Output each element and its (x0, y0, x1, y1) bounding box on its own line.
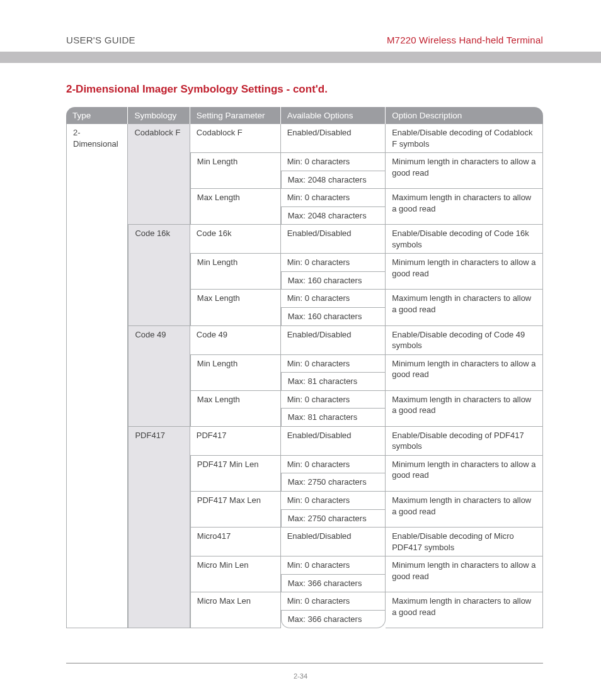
cell-setting-parameter: Min Length (190, 153, 281, 189)
cell-symbology: Code 49 (128, 326, 190, 427)
col-header-description: Option Description (386, 107, 543, 124)
cell-type: 2-Dimensional (66, 124, 128, 628)
cell-setting-parameter: Max Length (190, 290, 281, 325)
cell-setting-parameter: Micro417 (190, 528, 281, 556)
cell-setting-parameter: Min Length (190, 254, 281, 290)
col-header-options: Available Options (281, 107, 386, 124)
cell-option: Min: 0 characters (281, 391, 386, 409)
cell-option: Enabled/Disabled (281, 225, 386, 254)
cell-option: Min: 0 characters (281, 456, 386, 474)
cell-setting-parameter: Code 49 (190, 326, 281, 355)
cell-option: Min: 0 characters (281, 556, 386, 575)
table-row: Code 16kCode 16kEnabled/DisabledEnable/D… (66, 225, 543, 254)
cell-description: Minimum length in characters to allow a … (386, 254, 543, 290)
page-number: 2-34 (0, 672, 601, 680)
header-left: USER'S GUIDE (66, 35, 135, 45)
cell-symbology: Codablock F (128, 124, 190, 225)
table-header-row: Type Symbology Setting Parameter Availab… (66, 107, 543, 124)
cell-option: Max: 81 characters (281, 409, 386, 427)
section-title: 2-Dimensional Imager Symbology Settings … (0, 63, 601, 107)
cell-setting-parameter: PDF417 Max Len (190, 492, 281, 528)
cell-symbology: Code 16k (128, 225, 190, 325)
cell-setting-parameter: Min Length (190, 355, 281, 391)
cell-setting-parameter: Micro Min Len (190, 556, 281, 592)
cell-setting-parameter: Max Length (190, 391, 281, 427)
cell-description: Enable/Disable decoding of Micro PDF417 … (386, 528, 543, 556)
page-header: USER'S GUIDE M7220 Wireless Hand-held Te… (0, 0, 601, 52)
cell-option: Max: 366 characters (281, 611, 386, 629)
header-divider-bar (0, 52, 601, 63)
cell-setting-parameter: Micro Max Len (190, 592, 281, 628)
cell-option: Max: 2048 characters (281, 207, 386, 225)
cell-option: Min: 0 characters (281, 492, 386, 510)
cell-description: Minimum length in characters to allow a … (386, 153, 543, 189)
cell-description: Minimum length in characters to allow a … (386, 456, 543, 492)
cell-option: Min: 0 characters (281, 189, 386, 207)
settings-table: Type Symbology Setting Parameter Availab… (66, 107, 543, 628)
cell-option: Max: 2048 characters (281, 171, 386, 189)
cell-option: Max: 366 characters (281, 575, 386, 593)
cell-option: Min: 0 characters (281, 355, 386, 373)
col-header-symbology: Symbology (128, 107, 190, 124)
cell-description: Enable/Disable decoding of Code 16k symb… (386, 225, 543, 254)
cell-option: Min: 0 characters (281, 290, 386, 308)
settings-table-container: Type Symbology Setting Parameter Availab… (0, 107, 601, 628)
cell-description: Maximum length in characters to allow a … (386, 391, 543, 427)
cell-description: Maximum length in characters to allow a … (386, 592, 543, 628)
cell-description: Maximum length in characters to allow a … (386, 492, 543, 528)
table-row: Code 49Code 49Enabled/DisabledEnable/Dis… (66, 326, 543, 355)
cell-option: Max: 160 characters (281, 272, 386, 290)
table-row: PDF417PDF417Enabled/DisabledEnable/Disab… (66, 427, 543, 456)
cell-option: Enabled/Disabled (281, 528, 386, 556)
footer-rule (66, 663, 543, 663)
cell-option: Max: 81 characters (281, 373, 386, 391)
cell-option: Min: 0 characters (281, 254, 386, 272)
cell-option: Max: 160 characters (281, 308, 386, 326)
col-header-setting: Setting Parameter (190, 107, 281, 124)
cell-setting-parameter: Codablock F (190, 124, 281, 153)
cell-description: Maximum length in characters to allow a … (386, 189, 543, 225)
header-right: M7220 Wireless Hand-held Terminal (387, 35, 543, 45)
cell-description: Maximum length in characters to allow a … (386, 290, 543, 325)
cell-setting-parameter: PDF417 Min Len (190, 456, 281, 492)
col-header-type: Type (66, 107, 128, 124)
cell-option: Max: 2750 characters (281, 473, 386, 492)
cell-option: Enabled/Disabled (281, 326, 386, 355)
table-row: 2-DimensionalCodablock FCodablock FEnabl… (66, 124, 543, 153)
cell-option: Min: 0 characters (281, 592, 386, 611)
cell-description: Enable/Disable decoding of Code 49 symbo… (386, 326, 543, 355)
cell-option: Min: 0 characters (281, 153, 386, 171)
cell-option: Max: 2750 characters (281, 510, 386, 528)
cell-setting-parameter: Max Length (190, 189, 281, 225)
cell-setting-parameter: PDF417 (190, 427, 281, 456)
cell-description: Minimum length in characters to allow a … (386, 556, 543, 592)
cell-description: Enable/Disable decoding of PDF417 symbol… (386, 427, 543, 456)
cell-option: Enabled/Disabled (281, 124, 386, 153)
cell-description: Enable/Disable decoding of Codablock F s… (386, 124, 543, 153)
cell-symbology: PDF417 (128, 427, 190, 629)
cell-setting-parameter: Code 16k (190, 225, 281, 254)
cell-description: Minimum length in characters to allow a … (386, 355, 543, 391)
cell-option: Enabled/Disabled (281, 427, 386, 456)
